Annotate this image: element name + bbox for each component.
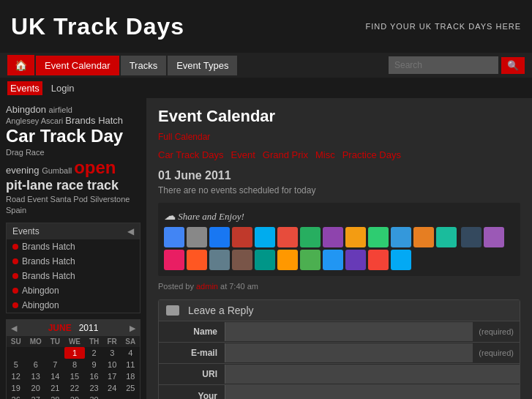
cal-cell[interactable]: 7 [46,359,64,370]
share-icon-25[interactable] [368,250,389,270]
share-icon-9[interactable] [345,227,366,247]
tag-anglesey[interactable]: Anglesey [6,116,41,125]
cal-next-button[interactable]: ▶ [130,324,135,333]
tag-open[interactable]: open [74,157,116,177]
tag-road-event[interactable]: Road Event [6,195,50,204]
share-icon-16[interactable] [164,250,184,270]
cal-cell[interactable]: 25 [121,382,140,394]
share-icon-14[interactable] [461,227,482,247]
search-button[interactable]: 🔍 [501,57,525,74]
cal-cell[interactable]: 10 [103,359,121,370]
share-icon-5[interactable] [255,227,275,247]
cal-cell[interactable]: 16 [85,370,103,382]
cal-cell[interactable]: 30 [85,394,103,399]
share-icon-26[interactable] [391,250,411,270]
share-icon-3[interactable] [209,227,230,247]
share-icon-12[interactable] [413,227,434,247]
tag-evening[interactable]: evening [6,165,42,176]
search-input[interactable] [389,56,498,74]
share-icon-15[interactable] [484,227,504,247]
cal-cell[interactable]: 11 [121,359,140,370]
share-icon-11[interactable] [391,227,411,247]
cal-cell[interactable]: 26 [7,394,25,399]
cal-cell[interactable]: 5 [7,359,25,370]
cal-cell[interactable]: 28 [46,394,64,399]
tag-ascari[interactable]: Ascari [41,116,66,125]
share-icon-10[interactable] [368,227,389,247]
subnav-events[interactable]: Events [7,81,42,95]
tag-silverstone[interactable]: Silverstone [90,195,130,204]
tag-abingdon[interactable]: Abingdon [6,104,49,115]
cal-cell[interactable]: 22 [64,382,86,394]
subnav-login[interactable]: Login [48,81,78,95]
cat-practice-days[interactable]: Practice Days [342,149,401,160]
nav-event-types[interactable]: Event Types [168,56,237,75]
cal-cell[interactable]: 21 [46,382,64,394]
cal-cell[interactable]: 13 [25,370,46,382]
cal-cell[interactable]: 17 [103,370,121,382]
share-icon-6[interactable] [277,227,298,247]
share-icon-21[interactable] [277,250,298,270]
tag-brands-hatch[interactable]: Brands Hatch [65,115,123,126]
cal-cell[interactable]: 19 [7,382,25,394]
cat-car-track-days[interactable]: Car Track Days [158,149,224,160]
share-icon-22[interactable] [300,250,321,270]
tag-drag-race[interactable]: Drag Race [6,148,45,157]
cal-cell[interactable]: 12 [7,370,25,382]
share-icon-7[interactable] [300,227,321,247]
nav-event-calendar[interactable]: Event Calendar [36,56,119,75]
share-icon-13[interactable] [436,227,457,247]
cat-misc[interactable]: Misc [315,149,335,160]
share-icon-24[interactable] [345,250,366,270]
tag-race[interactable]: race [56,178,87,193]
admin-link[interactable]: admin [196,282,218,291]
share-icon-23[interactable] [323,250,343,270]
tag-pit-lane[interactable]: pit-lane [6,178,56,193]
tag-santa-pod[interactable]: Santa Pod [50,195,90,204]
share-icon-19[interactable] [232,250,252,270]
share-icon-4[interactable] [232,227,252,247]
home-button[interactable]: 🏠 [7,55,34,75]
cal-cell[interactable]: 14 [46,370,64,382]
share-icon-17[interactable] [187,250,207,270]
full-calendar-link[interactable]: Full Calendar [158,132,520,142]
email-input[interactable] [225,343,473,362]
share-icon-1[interactable] [164,227,184,247]
name-input[interactable] [225,322,473,341]
cal-cell[interactable]: 9 [85,359,103,370]
list-item[interactable]: Abingdon [7,298,140,313]
list-item[interactable]: Abingdon [7,283,140,298]
cal-cell[interactable]: 27 [25,394,46,399]
cal-cell-today[interactable]: 1 [64,347,86,359]
share-icon-18[interactable] [209,250,230,270]
cal-cell[interactable]: 29 [64,394,86,399]
cal-cell[interactable]: 2 [85,347,103,359]
comment-textarea[interactable] [225,385,520,399]
cal-cell[interactable]: 6 [25,359,46,370]
share-icon-2[interactable] [187,227,207,247]
cal-prev-button[interactable]: ◀ [11,324,17,333]
cal-cell[interactable]: 8 [64,359,86,370]
events-nav-arrow[interactable]: ◀ [127,226,134,236]
share-icon-20[interactable] [255,250,275,270]
list-item[interactable]: Brands Hatch [7,239,140,254]
tag-spain[interactable]: Spain [6,206,26,215]
tag-car-track-day[interactable]: Car Track Day [6,126,123,146]
cal-cell[interactable]: 3 [103,347,121,359]
cal-cell[interactable]: 4 [121,347,140,359]
share-icon-8[interactable] [323,227,343,247]
list-item[interactable]: Brands Hatch [7,254,140,269]
cat-grand-prix[interactable]: Grand Prix [263,149,308,160]
tag-airfield[interactable]: airfield [49,105,72,114]
cal-cell[interactable]: 18 [121,370,140,382]
cal-cell[interactable]: 23 [85,382,103,394]
cal-cell[interactable]: 15 [64,370,86,382]
nav-tracks[interactable]: Tracks [121,56,167,75]
cat-event[interactable]: Event [231,149,255,160]
uri-input[interactable] [225,365,520,384]
list-item[interactable]: Brands Hatch [7,269,140,283]
cal-cell[interactable]: 20 [25,382,46,394]
tag-track[interactable]: track [87,178,119,193]
tag-gumball[interactable]: Gumball [42,166,74,175]
cal-cell[interactable]: 24 [103,382,121,394]
